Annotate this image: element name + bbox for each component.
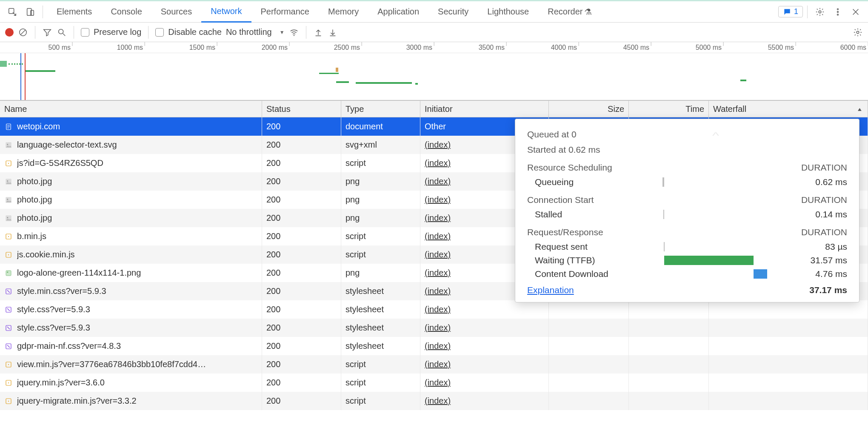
request-name: logo-alone-green-114x114-1.png [17, 268, 141, 278]
devtools-tabbar: ElementsConsoleSourcesNetworkPerformance… [0, 1, 868, 23]
table-row[interactable]: jquery.min.js?ver=3.6.0200script(index) [0, 374, 868, 392]
close-devtools-icon[interactable] [848, 4, 864, 20]
network-conditions-icon[interactable] [289, 27, 299, 37]
tab-performance[interactable]: Performance [251, 1, 319, 23]
table-row[interactable]: style.css?ver=5.9.3200stylesheet(index) [0, 319, 868, 337]
upload-har-icon[interactable] [313, 27, 323, 37]
initiator-link[interactable]: (index) [425, 158, 451, 168]
initiator-link[interactable]: (index) [425, 378, 451, 388]
initiator-link[interactable]: (index) [425, 250, 451, 259]
request-time [629, 374, 709, 392]
initiator-link[interactable]: (index) [425, 140, 451, 150]
record-button[interactable] [5, 28, 14, 37]
timeline-overview[interactable]: 500 ms1000 ms1500 ms2000 ms2500 ms3000 m… [0, 42, 868, 100]
disable-cache-checkbox[interactable]: Disable cache [155, 27, 222, 37]
initiator-link[interactable]: (index) [425, 396, 451, 406]
tab-security[interactable]: Security [428, 1, 478, 23]
inspect-element-icon[interactable] [4, 4, 20, 20]
col-status[interactable]: Status [262, 101, 341, 117]
tab-recorder[interactable]: Recorder ⚗ [538, 1, 601, 23]
initiator-link[interactable]: (index) [425, 231, 451, 241]
col-initiator[interactable]: Initiator [420, 101, 549, 117]
table-row[interactable]: style.css?ver=5.9.3200stylesheet(index) [0, 300, 868, 319]
tab-lighthouse[interactable]: Lighthouse [478, 1, 538, 23]
request-name: style.min.css?ver=5.9.3 [17, 286, 106, 296]
request-type: script [341, 392, 420, 410]
col-time[interactable]: Time [629, 101, 709, 117]
explanation-link[interactable]: Explanation [527, 285, 574, 295]
request-type: script [341, 245, 420, 264]
file-type-icon [4, 360, 13, 369]
device-toolbar-icon[interactable] [22, 4, 38, 20]
initiator-link[interactable]: (index) [425, 359, 451, 369]
table-row[interactable]: jquery-migrate.min.js?ver=3.3.2200script… [0, 392, 868, 410]
request-name: style.css?ver=5.9.3 [17, 323, 90, 333]
issues-badge[interactable]: 1 [778, 6, 803, 17]
tab-memory[interactable]: Memory [319, 1, 368, 23]
file-type-icon [4, 342, 13, 351]
svg-point-21 [7, 217, 8, 218]
request-name: language-selector-text.svg [17, 140, 117, 150]
request-waterfall [709, 300, 868, 319]
request-name: jquery-migrate.min.js?ver=3.3.2 [17, 396, 137, 406]
table-row[interactable]: view.min.js?ver=3776ea67846b3bb10fe8f7cd… [0, 355, 868, 374]
request-status: 200 [262, 154, 341, 172]
network-table: Name Status Type Initiator Size Time Wat… [0, 100, 868, 410]
file-type-icon [4, 159, 13, 168]
request-name: photo.jpg [17, 177, 52, 186]
issues-count: 1 [794, 7, 798, 16]
download-har-icon[interactable] [328, 27, 338, 37]
file-type-icon [4, 196, 13, 204]
col-size[interactable]: Size [549, 101, 629, 117]
tab-network[interactable]: Network [201, 1, 251, 23]
request-status: 200 [262, 136, 341, 154]
divider [43, 6, 43, 18]
initiator-link[interactable]: (index) [425, 341, 451, 351]
tab-sources[interactable]: Sources [151, 1, 201, 23]
initiator-link[interactable]: (index) [425, 268, 451, 278]
request-name: wetopi.com [17, 122, 60, 131]
tab-application[interactable]: Application [368, 1, 428, 23]
svg-point-27 [7, 271, 8, 273]
request-status: 200 [262, 191, 341, 209]
svg-point-37 [8, 400, 9, 401]
settings-gear-icon[interactable] [853, 27, 863, 37]
filter-icon[interactable] [42, 27, 52, 37]
ruler-tick: 4500 ms [623, 44, 651, 51]
metric-stalled: Stalled 0.14 ms [535, 209, 847, 220]
request-type: stylesheet [341, 300, 420, 319]
search-icon[interactable] [57, 27, 67, 37]
throttling-select[interactable]: No throttling▼ [226, 27, 285, 37]
tab-elements[interactable]: Elements [47, 1, 101, 23]
request-time [629, 392, 709, 410]
metric-queueing: Queueing 0.62 ms [535, 177, 847, 187]
col-waterfall[interactable]: Waterfall [709, 101, 868, 117]
settings-gear-icon[interactable] [812, 4, 828, 20]
col-type[interactable]: Type [341, 101, 420, 117]
request-size [549, 374, 629, 392]
preserve-log-checkbox[interactable]: Preserve log [81, 27, 141, 37]
initiator-link[interactable]: (index) [425, 305, 451, 314]
file-type-icon [4, 379, 13, 387]
request-status: 200 [262, 374, 341, 392]
request-size [549, 337, 629, 355]
col-name[interactable]: Name [0, 101, 262, 117]
initiator-link[interactable]: (index) [425, 177, 451, 186]
clear-icon[interactable] [18, 27, 28, 37]
request-size [549, 355, 629, 374]
request-name: b.min.js [17, 231, 46, 241]
tab-console[interactable]: Console [101, 1, 151, 23]
initiator-link[interactable]: (index) [425, 213, 451, 223]
divider [148, 26, 148, 39]
divider [807, 6, 808, 18]
table-row[interactable]: gdpr-main-nf.css?ver=4.8.3200stylesheet(… [0, 337, 868, 355]
initiator-link[interactable]: (index) [425, 195, 451, 205]
initiator-link[interactable]: (index) [425, 286, 451, 296]
kebab-menu-icon[interactable] [830, 4, 846, 20]
ruler-tick: 1500 ms [189, 44, 217, 51]
initiator-link[interactable]: (index) [425, 323, 451, 333]
ruler-tick: 2500 ms [334, 44, 362, 51]
table-header[interactable]: Name Status Type Initiator Size Time Wat… [0, 100, 868, 117]
request-waterfall [709, 374, 868, 392]
request-name: style.css?ver=5.9.3 [17, 305, 90, 314]
